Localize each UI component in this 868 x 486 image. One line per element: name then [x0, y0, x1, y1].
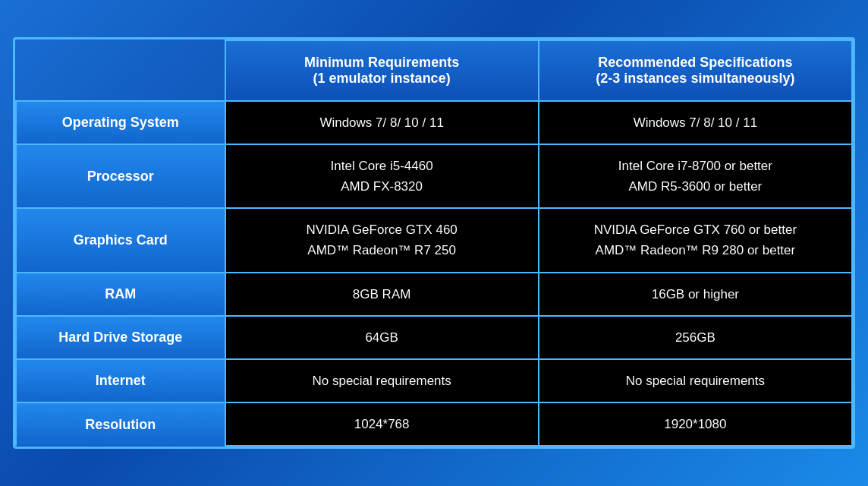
table-row: InternetNo special requirementsNo specia…	[16, 359, 852, 402]
row-label: Resolution	[16, 402, 225, 446]
table-row: ProcessorIntel Core i5-4460AMD FX-8320In…	[16, 144, 852, 208]
row-rec: 256GB	[539, 316, 852, 359]
row-min: 1024*768	[225, 402, 539, 446]
row-min: No special requirements	[225, 359, 539, 402]
header-min-line1: Minimum Requirements	[304, 55, 459, 70]
row-rec: Intel Core i7-8700 or betterAMD R5-3600 …	[539, 144, 852, 208]
header-rec-line1: Recommended Specifications	[598, 55, 792, 70]
row-min: 64GB	[225, 316, 539, 359]
header-rec-line2: (2-3 instances simultaneously)	[596, 71, 794, 86]
row-rec: 16GB or higher	[539, 273, 852, 316]
row-label: Operating System	[16, 101, 225, 144]
row-rec: Windows 7/ 8/ 10 / 11	[539, 101, 852, 144]
specs-table-container: Minimum Requirements (1 emulator instanc…	[13, 37, 855, 450]
table-row: Graphics CardNVIDIA GeForce GTX 460AMD™ …	[16, 208, 852, 272]
table-row: Resolution1024*7681920*1080	[16, 402, 852, 446]
row-min: Windows 7/ 8/ 10 / 11	[225, 101, 539, 144]
row-min: Intel Core i5-4460AMD FX-8320	[225, 144, 539, 208]
row-min: NVIDIA GeForce GTX 460AMD™ Radeon™ R7 25…	[225, 208, 539, 272]
header-minimum: Minimum Requirements (1 emulator instanc…	[225, 40, 539, 101]
table-row: Hard Drive Storage64GB256GB	[16, 316, 852, 359]
table-row: RAM8GB RAM16GB or higher	[16, 273, 852, 316]
specs-table: Minimum Requirements (1 emulator instanc…	[15, 39, 853, 447]
table-row: Operating SystemWindows 7/ 8/ 10 / 11Win…	[16, 101, 852, 144]
header-recommended: Recommended Specifications (2-3 instance…	[539, 40, 852, 101]
row-label: Hard Drive Storage	[16, 316, 225, 359]
row-label: Graphics Card	[16, 208, 225, 272]
row-rec: 1920*1080	[539, 402, 852, 446]
row-label: Internet	[16, 359, 225, 402]
row-rec: NVIDIA GeForce GTX 760 or betterAMD™ Rad…	[539, 208, 852, 272]
header-empty	[16, 40, 225, 101]
row-label: Processor	[16, 144, 225, 208]
header-min-line2: (1 emulator instance)	[313, 71, 451, 86]
row-min: 8GB RAM	[225, 273, 539, 316]
row-rec: No special requirements	[539, 359, 852, 402]
row-label: RAM	[16, 273, 225, 316]
